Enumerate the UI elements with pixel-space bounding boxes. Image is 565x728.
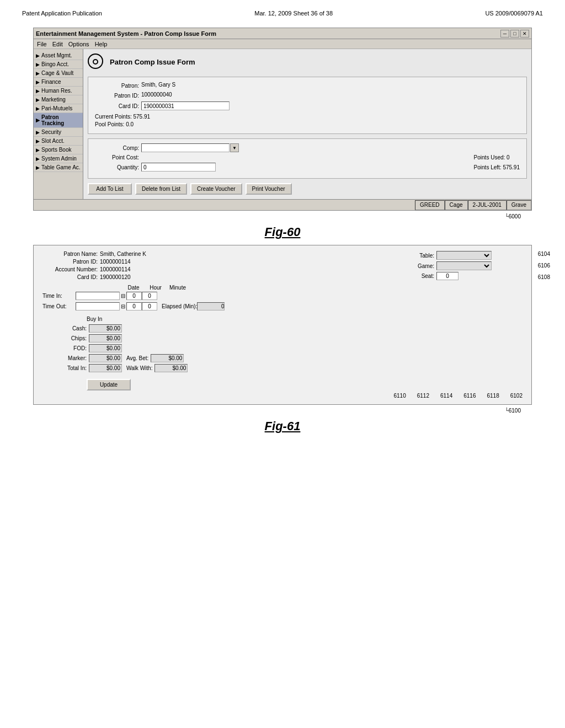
arrow-icon: ▶	[36, 156, 40, 162]
date-col-header: Date	[122, 285, 145, 291]
game-label-61: Game:	[401, 263, 434, 269]
patron-id-value: 1000000040	[141, 92, 172, 98]
form-area: Patron Comp Issue Form Patron: Smith, Ga…	[83, 49, 531, 199]
patent-right: US 2009/0069079 A1	[485, 10, 543, 17]
time-out-minute-input[interactable]	[142, 302, 157, 311]
sidebar-item-patron-tracking[interactable]: ▶ Patron Tracking	[34, 113, 83, 128]
cash-input[interactable]	[89, 324, 122, 333]
action-buttons: Add To List Delete from List Create Vouc…	[88, 183, 527, 195]
chips-input[interactable]	[89, 334, 122, 342]
total-in-input[interactable]	[89, 364, 122, 372]
sidebar-label: Pari-Mutuels	[41, 105, 72, 111]
update-button[interactable]: Update	[87, 379, 131, 390]
point-cost-label: Point Cost:	[95, 154, 139, 160]
annot-6114: 6114	[440, 393, 452, 399]
table-row-61: Table:	[401, 251, 523, 260]
time-out-separator: ⊟	[121, 303, 125, 309]
sidebar-item-table-game[interactable]: ▶ Table Game Ac.	[34, 163, 83, 172]
seat-input[interactable]	[436, 272, 459, 280]
print-voucher-button[interactable]: Print Voucher	[246, 183, 292, 195]
sidebar-item-asset-mgmt[interactable]: ▶ Asset Mgmt.	[34, 51, 83, 60]
sidebar-label: Slot Acct.	[41, 138, 65, 144]
status-greed: GREED	[415, 200, 445, 210]
current-points-label: Current Points:	[95, 114, 132, 120]
sidebar-item-slot-acct[interactable]: ▶ Slot Acct.	[34, 137, 83, 146]
marker-input[interactable]	[89, 354, 122, 362]
elapsed-label: Elapsed (Min):	[162, 303, 197, 309]
fod-label: FOD:	[42, 345, 87, 351]
points-left-row: Points Left: 575.91	[474, 164, 520, 170]
sidebar-label: System Admin	[41, 156, 77, 162]
patron-id-row-61: Patron ID: 1000000114	[42, 259, 392, 265]
add-to-list-button[interactable]: Add To List	[88, 183, 132, 195]
arrow-icon: ▶	[36, 117, 40, 123]
window-controls: ─ □ ✕	[500, 30, 529, 38]
time-out-date-input[interactable]	[76, 302, 120, 311]
cash-label: Cash:	[42, 325, 87, 331]
sidebar-item-marketing[interactable]: ▶ Marketing	[34, 95, 83, 104]
form-header: Patron Comp Issue Form	[88, 53, 527, 70]
sidebar-item-finance[interactable]: ▶ Finance	[34, 78, 83, 87]
quantity-label: Quantity:	[95, 164, 139, 170]
annot-6118: 6118	[487, 393, 499, 399]
sidebar-item-cage-vault[interactable]: ▶ Cage & Vault	[34, 69, 83, 78]
comp-input[interactable]	[141, 143, 230, 152]
delete-from-list-button[interactable]: Delete from List	[135, 183, 187, 195]
status-grave: Grave	[507, 200, 531, 210]
menu-file[interactable]: File	[37, 41, 47, 47]
time-in-label: Time In:	[42, 293, 76, 299]
maximize-button[interactable]: □	[510, 30, 519, 38]
arrow-icon: ▶	[36, 53, 40, 58]
sidebar-item-bingo-acct[interactable]: ▶ Bingo Acct.	[34, 60, 83, 69]
time-in-separator: ⊟	[121, 293, 125, 299]
sidebar-item-sports-book[interactable]: ▶ Sports Book	[34, 146, 83, 154]
create-voucher-button[interactable]: Create Voucher	[190, 183, 242, 195]
comp-select-wrap: ▼	[141, 143, 239, 152]
table-label-61: Table:	[401, 253, 434, 259]
sidebar-item-security[interactable]: ▶ Security	[34, 128, 83, 137]
walk-with-input[interactable]	[154, 364, 188, 372]
annot-6110: 6110	[394, 393, 406, 399]
status-cage: Cage	[445, 200, 468, 210]
fig61-label: Fig-61	[33, 419, 532, 433]
avg-bet-input[interactable]	[151, 354, 184, 362]
quantity-input[interactable]	[141, 163, 216, 172]
table-select[interactable]	[436, 251, 492, 260]
avg-bet-label: Avg. Bet:	[126, 355, 148, 361]
time-in-hour-input[interactable]	[126, 292, 142, 300]
elapsed-input[interactable]	[197, 302, 225, 311]
time-out-label: Time Out:	[42, 303, 76, 309]
annot-6104: 6104	[538, 251, 550, 257]
close-button[interactable]: ✕	[520, 30, 529, 38]
sidebar-item-pari-mutuels[interactable]: ▶ Pari-Mutuels	[34, 104, 83, 113]
patron-info-section: Patron: Smith, Gary S Patron ID: 1000000…	[88, 77, 527, 134]
account-number-row-61: Account Number: 1000000114	[42, 266, 392, 272]
comp-row: Comp: ▼	[95, 143, 520, 152]
fig61-window: Patron Name: Smith, Catherine K Patron I…	[33, 245, 532, 405]
menu-options[interactable]: Options	[68, 41, 89, 47]
sidebar-item-system-admin[interactable]: ▶ System Admin	[34, 154, 83, 163]
patron-name-row: Patron: Smith, Gary S	[95, 82, 520, 89]
account-number-value-61: 1000000114	[100, 266, 131, 272]
points-used-row: Points Used: 0	[474, 154, 520, 160]
arrow-icon: ▶	[36, 88, 40, 94]
right-col: Points Used: 0 Points Left: 575.91	[474, 154, 520, 172]
sidebar-label: Security	[41, 129, 61, 135]
minimize-button[interactable]: ─	[500, 30, 509, 38]
fod-input[interactable]	[89, 344, 122, 352]
menu-help[interactable]: Help	[95, 41, 108, 47]
game-select[interactable]	[436, 261, 492, 270]
time-out-hour-input[interactable]	[126, 302, 142, 311]
sidebar-label: Patron Tracking	[41, 114, 81, 126]
card-id-input[interactable]	[141, 101, 230, 110]
sidebar-label: Marketing	[41, 97, 66, 103]
time-in-minute-input[interactable]	[142, 292, 157, 300]
sidebar-item-human-res[interactable]: ▶ Human Res.	[34, 87, 83, 95]
comp-label: Comp:	[95, 145, 139, 151]
comp-dropdown-arrow[interactable]: ▼	[230, 143, 239, 152]
menu-edit[interactable]: Edit	[52, 41, 63, 47]
annot-6116: 6116	[463, 393, 476, 399]
form-icon	[88, 53, 104, 70]
note-6000: 6000	[509, 213, 521, 220]
time-in-date-input[interactable]	[76, 292, 120, 300]
